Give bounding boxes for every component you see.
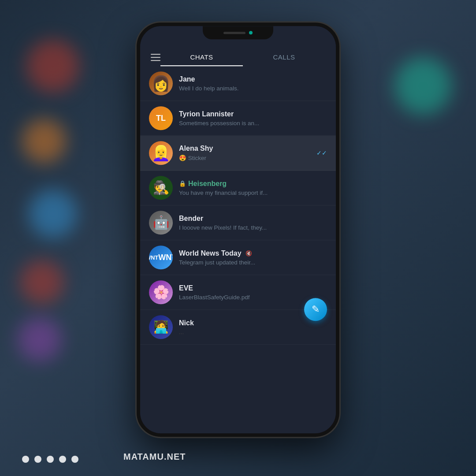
speaker (223, 32, 245, 34)
chat-name: EVE (179, 284, 327, 292)
lock-icon: 🔒 (179, 180, 186, 187)
list-item[interactable]: TL Tyrion Lannister Sometimes possession… (140, 101, 336, 136)
chat-preview: LaserBlastSafetyGuide.pdf (179, 294, 327, 301)
hamburger-line-2 (151, 57, 160, 58)
chat-name: Nick (179, 319, 327, 327)
chat-info: Tyrion Lannister Sometimes possession is… (179, 110, 327, 126)
avatar (149, 71, 173, 95)
chat-meta: ✓✓ (316, 149, 327, 156)
phone-content: CHATS CALLS Jane Well I do help animals.… (140, 26, 336, 433)
list-item[interactable]: 🔒 Heisenberg You have my financial suppo… (140, 171, 336, 205)
chat-list: Jane Well I do help animals. TL Tyrion L… (140, 66, 336, 433)
chat-name: Alena Shy (179, 145, 316, 152)
list-item[interactable]: Bender I looove new Pixels! If fact, the… (140, 205, 336, 240)
chat-preview: I looove new Pixels! If fact, they... (179, 224, 327, 231)
chat-preview: Sometimes possession is an... (179, 120, 327, 126)
compose-button[interactable]: ✎ (304, 298, 327, 321)
bg-circle-4 (20, 260, 64, 304)
chat-preview: Well I do help animals. (179, 85, 327, 92)
list-item[interactable]: WNT World News Today 🔇 Telegram just upd… (140, 240, 336, 275)
hamburger-menu[interactable] (151, 54, 160, 61)
hamburger-line-1 (151, 54, 160, 55)
muted-icon: 🔇 (245, 250, 252, 257)
header-top: CHATS CALLS (140, 44, 336, 66)
dot-3 (47, 456, 54, 463)
avatar: WNT (149, 245, 173, 269)
tab-calls[interactable]: CALLS (243, 48, 325, 66)
avatar: TL (149, 106, 173, 130)
dot-1 (22, 456, 29, 463)
avatar-initials: WNT (158, 253, 173, 262)
chat-name: World News Today 🔇 (179, 249, 327, 257)
avatar (149, 280, 173, 304)
watermark: MATAMU.NET (123, 452, 186, 462)
chat-preview: Telegram just updated their... (179, 259, 327, 266)
dot-2 (34, 456, 41, 463)
avatar (149, 315, 173, 339)
chat-preview: 😍 Sticker (179, 154, 316, 161)
avatar (149, 176, 173, 200)
avatar (149, 211, 173, 234)
chat-name: Bender (179, 215, 327, 223)
page-indicators (22, 456, 78, 463)
chat-preview: You have my financial support if... (179, 190, 327, 196)
avatar-initials: TL (156, 114, 166, 123)
list-item[interactable]: Jane Well I do help animals. (140, 66, 336, 101)
dot-5 (71, 456, 78, 463)
compose-icon: ✎ (312, 304, 320, 315)
chat-name: Jane (179, 75, 327, 83)
bg-circle-5 (18, 317, 62, 361)
chat-info: Alena Shy 😍 Sticker (179, 145, 316, 161)
bg-circle-3 (29, 190, 77, 238)
hamburger-line-3 (151, 60, 160, 61)
chat-info: Bender I looove new Pixels! If fact, the… (179, 215, 327, 231)
chat-info: 🔒 Heisenberg You have my financial suppo… (179, 180, 327, 196)
bg-circle-6 (394, 57, 452, 115)
bg-circle-2 (22, 119, 66, 163)
chat-info: World News Today 🔇 Telegram just updated… (179, 249, 327, 266)
list-item[interactable]: Alena Shy 😍 Sticker ✓✓ (140, 136, 336, 171)
dot-4 (59, 456, 66, 463)
camera (249, 31, 253, 34)
phone-frame: CHATS CALLS Jane Well I do help animals.… (137, 22, 339, 437)
chat-info: EVE LaserBlastSafetyGuide.pdf (179, 284, 327, 301)
chat-name: Tyrion Lannister (179, 110, 327, 118)
tab-chats[interactable]: CHATS (160, 48, 243, 66)
list-item[interactable]: EVE LaserBlastSafetyGuide.pdf ✎ (140, 275, 336, 310)
read-receipt-icon: ✓✓ (316, 149, 327, 156)
chat-name: 🔒 Heisenberg (179, 180, 327, 188)
avatar (149, 141, 173, 165)
notch (203, 26, 273, 39)
chat-info: Jane Well I do help animals. (179, 75, 327, 92)
nav-tabs: CHATS CALLS (160, 48, 325, 66)
chat-preview: ... (179, 329, 327, 335)
chat-info: Nick ... (179, 319, 327, 335)
bg-circle-1 (26, 40, 79, 93)
